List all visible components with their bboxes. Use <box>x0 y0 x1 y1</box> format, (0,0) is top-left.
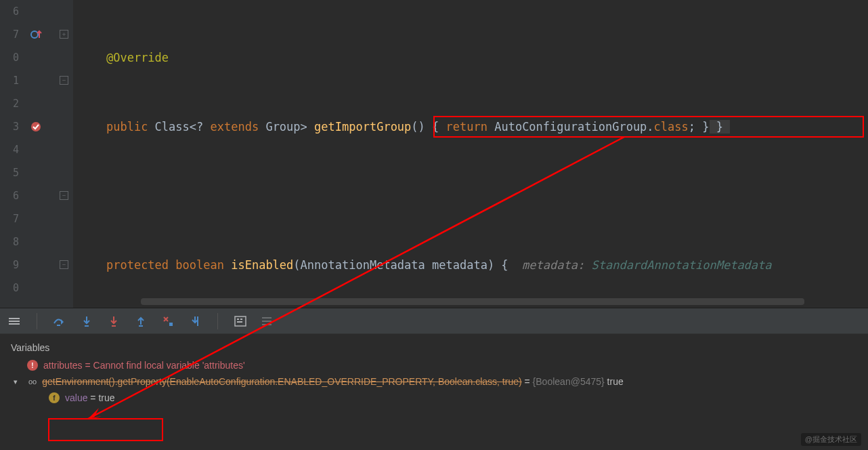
step-into-icon[interactable] <box>79 314 94 329</box>
horizontal-scrollbar[interactable] <box>141 298 804 305</box>
svg-rect-14 <box>237 321 242 323</box>
debugger-panel: Variables ! attributes = Cannot find loc… <box>0 308 868 450</box>
svg-rect-4 <box>9 323 20 325</box>
variable-row-value[interactable]: f value = true <box>0 390 868 406</box>
svg-rect-2 <box>9 318 20 319</box>
run-to-cursor-icon[interactable] <box>188 314 202 329</box>
trace-icon[interactable] <box>260 314 275 329</box>
evaluate-expression-icon[interactable] <box>233 314 248 329</box>
svg-rect-13 <box>240 319 242 320</box>
code-area[interactable]: @Override public Class<? extends Group> … <box>73 0 868 308</box>
fold-toggle-icon[interactable]: − <box>60 76 68 85</box>
debugger-toolbar <box>0 308 868 334</box>
line-number-gutter: 670 123 456 789 0 <box>0 0 24 308</box>
fold-toggle-icon[interactable]: − <box>60 260 68 269</box>
svg-rect-17 <box>262 324 272 325</box>
override-marker-icon[interactable] <box>30 28 42 43</box>
step-over-icon[interactable] <box>52 314 67 329</box>
svg-point-0 <box>31 31 38 38</box>
variables-panel[interactable]: Variables ! attributes = Cannot find loc… <box>0 334 868 450</box>
error-icon: ! <box>27 360 38 371</box>
field-icon: f <box>49 392 60 403</box>
svg-rect-8 <box>139 325 143 327</box>
fold-toggle-icon[interactable]: − <box>60 191 68 200</box>
svg-rect-9 <box>169 323 173 326</box>
show-frames-icon[interactable] <box>7 314 22 329</box>
svg-rect-5 <box>57 325 60 326</box>
watermark: @掘金技术社区 <box>801 433 861 446</box>
glasses-icon: oo <box>28 377 37 386</box>
annotation: @Override <box>106 51 169 64</box>
svg-point-1 <box>31 122 41 131</box>
variable-row-error[interactable]: ! attributes = Cannot find local variabl… <box>0 357 868 373</box>
variables-title: Variables <box>0 338 868 357</box>
variable-row-watch[interactable]: ▾ oo getEnvironment().getProperty(Enable… <box>0 373 868 390</box>
svg-rect-16 <box>262 321 272 322</box>
breakpoint-icon[interactable] <box>30 121 42 136</box>
svg-rect-10 <box>197 316 198 326</box>
gutter-icons <box>24 0 57 308</box>
force-step-into-icon[interactable] <box>106 314 121 329</box>
svg-rect-12 <box>237 319 239 320</box>
fold-column: + − − − <box>57 0 73 308</box>
chevron-down-icon[interactable]: ▾ <box>14 377 23 386</box>
svg-rect-7 <box>112 325 116 327</box>
svg-rect-6 <box>85 325 89 327</box>
svg-rect-15 <box>262 317 272 319</box>
drop-frame-icon[interactable] <box>160 314 175 329</box>
code-editor[interactable]: 670 123 456 789 0 + − − − @Override publ… <box>0 0 868 308</box>
fold-toggle-icon[interactable]: + <box>60 30 68 39</box>
svg-rect-3 <box>9 321 20 322</box>
step-out-icon[interactable] <box>133 314 148 329</box>
